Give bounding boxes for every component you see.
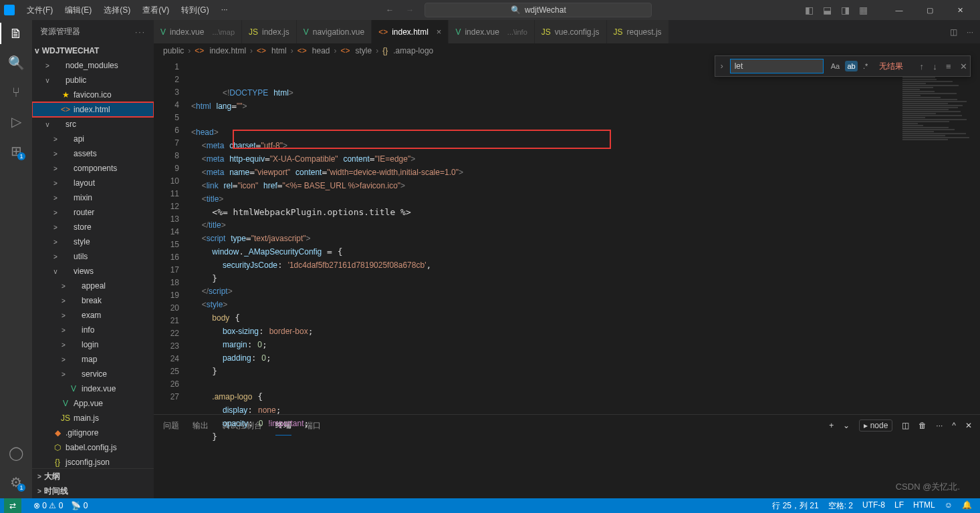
match-case-icon[interactable]: Aa bbox=[829, 61, 842, 71]
remote-indicator-icon[interactable]: ⇄ bbox=[4, 498, 21, 513]
tree-item-index.html[interactable]: <>index.html bbox=[32, 102, 154, 117]
menu-more[interactable]: ··· bbox=[216, 2, 233, 19]
tree-item-index.vue[interactable]: Vindex.vue bbox=[32, 381, 154, 396]
tree-item-service[interactable]: >service bbox=[32, 367, 154, 381]
tree-item-appeal[interactable]: >appeal bbox=[32, 279, 154, 293]
find-filter-icon[interactable]: ≡ bbox=[946, 61, 951, 71]
split-editor-icon[interactable]: ◫ bbox=[950, 27, 957, 37]
status-line-col[interactable]: 行 25，列 21 bbox=[772, 500, 818, 512]
tree-item-router[interactable]: >router bbox=[32, 205, 154, 220]
menu-selection[interactable]: 选择(S) bbox=[98, 2, 136, 19]
search-icon[interactable]: 🔍 bbox=[8, 55, 24, 71]
tree-item-.gitignore[interactable]: ◆.gitignore bbox=[32, 425, 154, 440]
window-close-icon[interactable]: ✕ bbox=[947, 0, 975, 20]
tree-item-utils[interactable]: >utils bbox=[32, 249, 154, 264]
tree-item-mixin[interactable]: >mixin bbox=[32, 190, 154, 205]
regex-icon[interactable]: .* bbox=[861, 61, 870, 71]
match-whole-word-icon[interactable]: ab bbox=[845, 61, 857, 71]
source-control-icon[interactable]: ⑂ bbox=[8, 84, 24, 100]
toggle-panel-bottom-icon[interactable]: ⬓ bbox=[823, 5, 832, 15]
panel-tab-问题[interactable]: 问题 bbox=[163, 416, 179, 436]
tree-item-break[interactable]: >break bbox=[32, 293, 154, 308]
tree-item-api[interactable]: >api bbox=[32, 132, 154, 146]
window-minimize-icon[interactable]: — bbox=[885, 0, 913, 20]
new-terminal-icon[interactable]: + bbox=[829, 417, 834, 434]
tree-item-login[interactable]: >login bbox=[32, 337, 154, 352]
menu-go[interactable]: 转到(G) bbox=[176, 2, 214, 19]
toggle-panel-right-icon[interactable]: ◨ bbox=[841, 5, 850, 15]
breadcrumb-.amap-logo[interactable]: .amap-logo bbox=[393, 46, 433, 55]
tree-item-jsconfig.json[interactable]: {}jsconfig.json bbox=[32, 455, 154, 468]
command-center[interactable]: 🔍 wdjtWechat bbox=[424, 3, 652, 17]
status-feedback-icon[interactable]: ☺ bbox=[945, 500, 953, 512]
panel-more-icon[interactable]: ··· bbox=[936, 417, 943, 434]
status-ports[interactable]: 📡 0 bbox=[71, 501, 88, 510]
tab-index.html[interactable]: <>index.html× bbox=[372, 20, 449, 43]
code-content[interactable]: <!DOCTYPE html> <html lang=""> <head> <m… bbox=[191, 58, 900, 414]
tab-navigation.vue[interactable]: Vnavigation.vue bbox=[297, 20, 372, 43]
tree-item-App.vue[interactable]: VApp.vue bbox=[32, 396, 154, 411]
status-bell-icon[interactable]: 🔔 bbox=[962, 500, 972, 512]
window-maximize-icon[interactable]: ▢ bbox=[916, 0, 944, 20]
run-debug-icon[interactable]: ▷ bbox=[8, 114, 24, 130]
toggle-panel-left-icon[interactable]: ◧ bbox=[805, 5, 814, 15]
tab-vue.config.js[interactable]: JSvue.config.js bbox=[535, 20, 607, 43]
tree-item-src[interactable]: vsrc bbox=[32, 117, 154, 132]
extensions-icon[interactable]: ⊞1 bbox=[8, 143, 24, 159]
terminal-dropdown-icon[interactable]: ⌄ bbox=[843, 417, 850, 434]
customize-layout-icon[interactable]: ▦ bbox=[859, 5, 868, 15]
tree-item-babel.config.js[interactable]: ⬡babel.config.js bbox=[32, 440, 154, 455]
kill-terminal-icon[interactable]: 🗑 bbox=[918, 417, 927, 434]
outline-section[interactable]: >大纲 bbox=[32, 469, 154, 484]
tree-item-store[interactable]: >store bbox=[32, 220, 154, 234]
breadcrumb-style[interactable]: style bbox=[356, 46, 372, 55]
breadcrumb-head[interactable]: head bbox=[312, 46, 330, 55]
tree-item-assets[interactable]: >assets bbox=[32, 146, 154, 161]
find-expand-icon[interactable]: › bbox=[718, 61, 726, 71]
nav-back-icon[interactable]: ← bbox=[386, 5, 394, 15]
tree-item-public[interactable]: vpublic bbox=[32, 73, 154, 88]
tree-item-node_modules[interactable]: >node_modules bbox=[32, 58, 154, 73]
status-spaces[interactable]: 空格: 2 bbox=[828, 500, 853, 512]
tree-item-layout[interactable]: >layout bbox=[32, 176, 154, 190]
status-eol[interactable]: LF bbox=[894, 500, 904, 512]
status-language[interactable]: HTML bbox=[913, 500, 935, 512]
tab-index.js[interactable]: JSindex.js bbox=[242, 20, 297, 43]
tree-item-main.js[interactable]: JSmain.js bbox=[32, 411, 154, 425]
menu-view[interactable]: 查看(V) bbox=[137, 2, 174, 19]
tab-close-icon[interactable]: × bbox=[437, 27, 442, 37]
tree-item-views[interactable]: vviews bbox=[32, 264, 154, 279]
menu-edit[interactable]: 编辑(E) bbox=[59, 2, 97, 19]
status-encoding[interactable]: UTF-8 bbox=[862, 500, 885, 512]
status-errors[interactable]: ⊗ 0 ⚠ 0 bbox=[33, 501, 63, 510]
tab-index.vue[interactable]: Vindex.vue...\map bbox=[154, 20, 242, 43]
settings-gear-icon[interactable]: ⚙1 bbox=[8, 474, 24, 490]
terminal-body[interactable] bbox=[154, 436, 980, 498]
project-header[interactable]: vWDJTWECHAT bbox=[32, 43, 154, 58]
accounts-icon[interactable]: ◯ bbox=[8, 445, 24, 461]
nav-forward-icon[interactable]: → bbox=[406, 5, 414, 15]
tab-more-icon[interactable]: ··· bbox=[967, 27, 973, 37]
panel-close-icon[interactable]: ✕ bbox=[965, 417, 972, 434]
tree-item-components[interactable]: >components bbox=[32, 161, 154, 176]
tree-item-exam[interactable]: >exam bbox=[32, 308, 154, 323]
tree-item-style[interactable]: >style bbox=[32, 234, 154, 249]
split-terminal-icon[interactable]: ◫ bbox=[902, 417, 909, 434]
panel-maximize-icon[interactable]: ^ bbox=[952, 417, 956, 434]
tree-item-favicon.ico[interactable]: ★favicon.ico bbox=[32, 88, 154, 102]
breadcrumb-html[interactable]: html bbox=[271, 46, 287, 55]
menu-file[interactable]: 文件(F) bbox=[21, 2, 58, 19]
minimap[interactable] bbox=[900, 58, 980, 414]
tree-item-map[interactable]: >map bbox=[32, 352, 154, 367]
terminal-node[interactable]: ▸ node bbox=[859, 419, 892, 432]
tab-request.js[interactable]: JSrequest.js bbox=[607, 20, 669, 43]
breadcrumb-index.html[interactable]: index.html bbox=[209, 46, 246, 55]
find-next-icon[interactable]: ↓ bbox=[933, 61, 937, 71]
find-input[interactable] bbox=[730, 59, 824, 73]
breadcrumb-public[interactable]: public bbox=[163, 46, 184, 55]
find-prev-icon[interactable]: ↑ bbox=[919, 61, 924, 71]
tree-item-info[interactable]: >info bbox=[32, 323, 154, 337]
find-close-icon[interactable]: ✕ bbox=[960, 61, 967, 71]
explorer-icon[interactable]: 🗎 bbox=[8, 25, 24, 41]
timeline-section[interactable]: >时间线 bbox=[32, 484, 154, 498]
